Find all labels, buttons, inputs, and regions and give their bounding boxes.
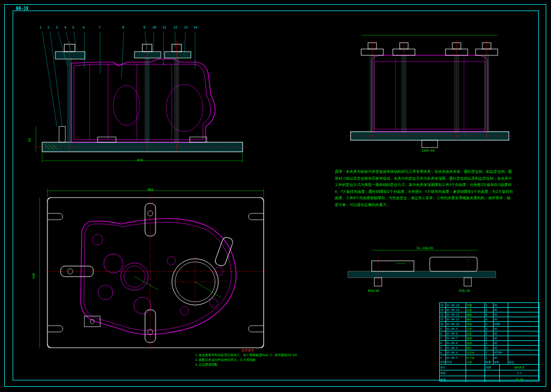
svg-rect-93 [455, 55, 459, 132]
balloon-6: 6 [83, 25, 85, 29]
tb-appr: 批准 [440, 376, 466, 382]
bom-row: 3XC-00-3对刀块145 [440, 355, 539, 360]
svg-rect-14 [59, 126, 65, 142]
svg-line-77 [134, 277, 158, 290]
dim-detail-1: M20/45 [368, 289, 380, 292]
dim-front-h: 60 [27, 138, 31, 142]
svg-rect-68 [84, 316, 100, 327]
svg-point-57 [209, 299, 218, 307]
balloon-10: 10 [152, 25, 156, 29]
svg-rect-13 [67, 59, 72, 142]
svg-rect-98 [422, 140, 438, 148]
tech-requirements: 技术要求 1.铸造类零件时效处理后再加工，加工面粗糙度Ra6.3；铸件圆角R2-… [195, 348, 301, 367]
balloon-4: 4 [64, 25, 66, 29]
bom-row: 13XC-00-13压板445 [440, 308, 539, 312]
bom-row: 7XC-00-7菱销145 [440, 336, 539, 341]
tb-check: 审核 [440, 370, 466, 376]
tb-drawn: 设计 [440, 365, 466, 370]
tb-dwgno: XC-00 [500, 376, 539, 382]
svg-rect-24 [175, 58, 179, 142]
svg-line-36 [145, 32, 147, 50]
bom-row: 12XC-00-12螺母445 [440, 312, 539, 317]
balloon-13: 13 [184, 25, 188, 29]
tb-date: 日期 [485, 365, 500, 370]
svg-line-40 [185, 32, 186, 53]
svg-line-76 [195, 282, 221, 298]
bom-row: 11XC-00-11螺杆445 [440, 317, 539, 322]
bom-row: 5XC-00-5螺钉845 [440, 346, 539, 350]
tb-title: 铣削夹具 [500, 365, 539, 370]
svg-point-59 [167, 257, 176, 265]
svg-rect-16 [134, 52, 161, 58]
principle-description: 原理：本夹具为铸铁汽车变速器壳体钻削排孔工序专用夹具，该夹具由夹具体、圆柱定位销… [335, 169, 514, 209]
svg-point-58 [180, 307, 189, 315]
bom-row: 6XC-00-6圆销145 [440, 341, 539, 346]
desc-title: 原理： [335, 170, 346, 174]
svg-point-60 [92, 234, 103, 245]
balloon-12: 12 [173, 25, 177, 29]
balloon-3: 3 [56, 25, 58, 29]
svg-rect-97 [485, 55, 489, 132]
svg-line-28 [42, 32, 57, 126]
bom-header-row: 序号 代号 名称 数量 材料 备注 [440, 360, 539, 365]
plan-view [34, 184, 277, 364]
dim-detail-label: 53-260/01 [417, 246, 434, 250]
tb-scale: 1:2 [500, 370, 539, 376]
balloon-7: 7 [99, 25, 101, 29]
bom-h-note: 备注 [508, 360, 539, 364]
svg-point-55 [98, 285, 113, 300]
svg-rect-19 [145, 58, 149, 142]
balloon-1: 1 [40, 25, 42, 29]
balloon-14: 14 [194, 25, 197, 29]
balloon-11: 11 [162, 25, 166, 29]
dim-top-h: 540 [32, 273, 35, 279]
svg-line-31 [66, 32, 71, 53]
balloon-5: 5 [72, 25, 74, 29]
front-elevation-view [32, 21, 253, 171]
balloon-8: 8 [122, 25, 124, 29]
bom-row: 10XC-00-10弹簧465Mn [440, 322, 539, 327]
svg-line-29 [50, 32, 62, 126]
corner-label-tl: XC-00 [16, 6, 28, 11]
svg-rect-10 [55, 52, 85, 59]
svg-line-30 [58, 32, 67, 66]
dim-right-note1: 24对/45 [422, 149, 434, 153]
svg-rect-21 [165, 52, 191, 58]
bom-row: 9XC-00-9支承445 [440, 327, 539, 331]
svg-line-37 [153, 32, 154, 53]
bom-h-qty: 数量 [485, 360, 494, 364]
balloon-9: 9 [143, 25, 146, 29]
desc-body: 本夹具为铸铁汽车变速器壳体钻削排孔工序专用夹具，该夹具由夹具体、圆柱定位销、削边… [335, 170, 513, 207]
bom-rows: 14XC-00-14垫圈14513XC-00-13压板44512XC-00-12… [440, 303, 539, 360]
bom-row: 14XC-00-14垫圈145 [440, 303, 539, 308]
bom-h-name: 名称 [466, 360, 485, 364]
title-block: 14XC-00-14垫圈14513XC-00-13压板44512XC-00-12… [439, 302, 539, 381]
dim-detail-2: P20/45 [459, 289, 470, 292]
bom-h-code: 代号 [446, 360, 466, 364]
svg-point-7 [113, 85, 140, 125]
svg-point-54 [134, 297, 151, 314]
bom-h-mat: 材料 [494, 360, 508, 364]
detail-section [343, 242, 501, 295]
tech-req-title: 技术要求 [195, 348, 301, 352]
dim-front-width: 870 [137, 158, 143, 162]
side-view [343, 29, 522, 161]
balloon-2: 2 [47, 25, 50, 29]
svg-line-35 [121, 32, 124, 79]
svg-point-53 [104, 254, 123, 273]
bom-h-no: 序号 [440, 360, 446, 364]
svg-rect-89 [402, 55, 406, 132]
svg-rect-85 [370, 55, 374, 132]
svg-rect-103 [430, 257, 477, 271]
bom-row: 4XC-00-4夹具体1HT200 [440, 350, 539, 355]
bom-row: 8XC-00-8钻套445 [440, 331, 539, 336]
dim-top-width: 800 [148, 188, 153, 191]
tech-req-body: 1.铸造类零件时效处理后再加工，加工面粗糙度Ra6.3；铸件圆角R2-R5 2.… [195, 352, 301, 367]
svg-rect-101 [348, 271, 496, 278]
